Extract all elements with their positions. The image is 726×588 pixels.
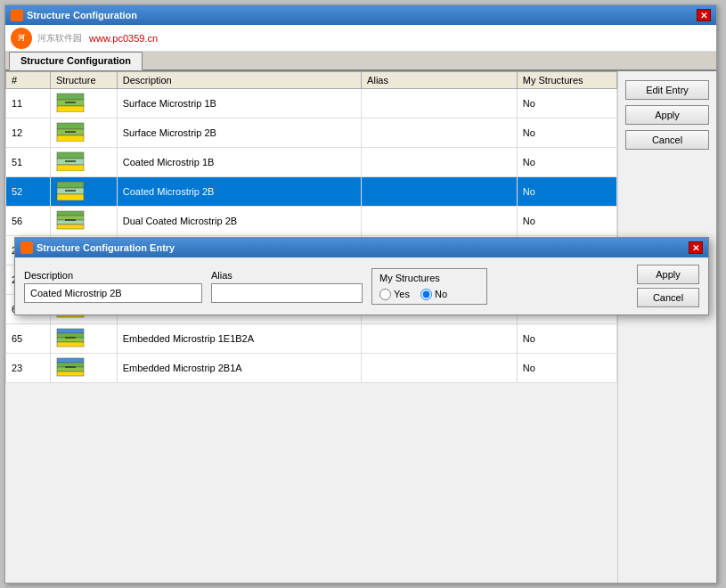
- modal-content: Description Alias My Structures Yes: [15, 257, 708, 314]
- modal-buttons: Apply Cancel: [637, 265, 699, 307]
- modal-title: Structure Configuration Entry: [37, 242, 175, 253]
- no-radio-label: No: [420, 289, 447, 300]
- main-window: Structure Configuration ✕ 河 河东软件园 www.pc…: [4, 4, 717, 584]
- modal-dialog: Structure Configuration Entry ✕ Descript…: [14, 237, 709, 315]
- description-label: Description: [24, 270, 202, 281]
- no-radio[interactable]: [420, 289, 432, 300]
- modal-overlay: Structure Configuration Entry ✕ Descript…: [5, 5, 716, 583]
- description-input[interactable]: [24, 283, 202, 303]
- my-structures-group: My Structures Yes No: [371, 268, 487, 305]
- modal-close-button[interactable]: ✕: [689, 241, 703, 254]
- my-structures-label: My Structures: [379, 273, 479, 283]
- alias-group: Alias: [211, 270, 363, 303]
- modal-title-bar: Structure Configuration Entry ✕: [15, 238, 708, 257]
- alias-label: Alias: [211, 270, 363, 281]
- description-group: Description: [24, 270, 202, 303]
- yes-radio-label: Yes: [379, 289, 410, 300]
- alias-input[interactable]: [211, 283, 363, 303]
- radio-row: Yes No: [379, 289, 479, 300]
- modal-cancel-button[interactable]: Cancel: [637, 288, 699, 307]
- modal-apply-button[interactable]: Apply: [637, 265, 699, 284]
- modal-icon: [20, 241, 33, 254]
- yes-radio[interactable]: [379, 289, 391, 300]
